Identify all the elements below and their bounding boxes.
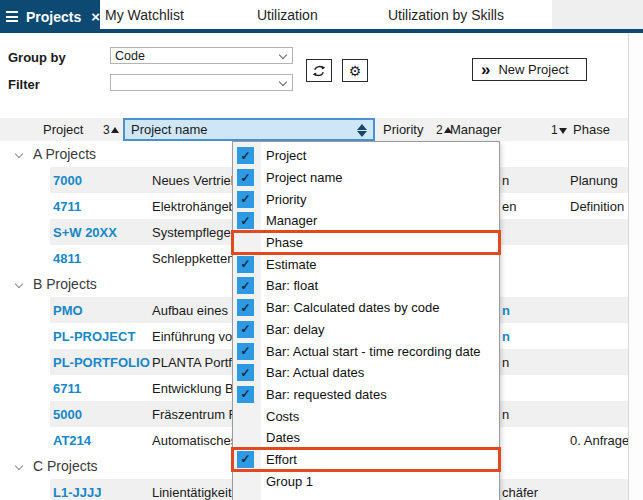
group-label: C Projects (33, 458, 98, 474)
checkbox-unchecked-icon (237, 473, 254, 490)
menu-item-bar-float[interactable]: Bar: float (233, 275, 499, 297)
group-by-label: Group by (8, 50, 66, 65)
menu-item-project[interactable]: Project (233, 145, 499, 167)
gear-icon: ⚙ (349, 63, 362, 79)
checkbox-checked-icon (237, 212, 254, 229)
manager-name: en (502, 199, 516, 214)
column-header-phase[interactable]: Phase (573, 122, 610, 137)
menu-item-group-1[interactable]: Group 1 (233, 470, 499, 492)
menu-item-project-name[interactable]: Project name (233, 167, 499, 189)
checkbox-checked-icon (237, 321, 254, 338)
project-code-link[interactable]: PMO (53, 303, 83, 318)
project-code-link[interactable]: 4811 (53, 251, 81, 266)
chevron-down-icon[interactable] (15, 280, 23, 288)
tab-utilization-by-skills[interactable]: Utilization by Skills (388, 0, 504, 29)
group-label: B Projects (33, 276, 97, 292)
column-header-priority[interactable]: Priority (383, 122, 423, 137)
chevron-down-icon[interactable] (15, 150, 23, 158)
column-chooser-menu: Project Project name Priority Manager Ph… (232, 141, 500, 500)
project-code-link[interactable]: L1-JJJJ (53, 485, 101, 500)
checkbox-unchecked-icon (237, 234, 254, 251)
manager-name: n (502, 329, 510, 344)
filter-select[interactable] (110, 74, 293, 91)
menu-item-bar-delay[interactable]: Bar: delay (233, 319, 499, 341)
sort-both-icon (357, 124, 367, 137)
group-label: A Projects (33, 146, 96, 162)
menu-item-bar-calculated-dates[interactable]: Bar: Calculated dates by code (233, 297, 499, 319)
project-name: Aufbau eines P (152, 303, 240, 318)
refresh-button[interactable] (306, 59, 332, 82)
checkbox-unchecked-icon (237, 429, 254, 446)
group-by-select[interactable]: Code (110, 47, 293, 64)
menu-item-effort[interactable]: Effort (233, 449, 499, 471)
checkbox-checked-icon (237, 299, 254, 316)
hamburger-menu-icon[interactable] (6, 11, 18, 22)
menu-item-bar-requested-dates[interactable]: Bar: requested dates (233, 384, 499, 406)
tab-utilization[interactable]: Utilization (257, 0, 318, 29)
project-name: Einführung von (152, 329, 239, 344)
tab-bar-filler (552, 0, 643, 29)
chevron-down-icon (279, 51, 287, 59)
toolbar: Group by Code Filter ⚙ » New Project (0, 33, 628, 118)
vertical-scrollbar[interactable] (628, 33, 643, 500)
close-icon[interactable]: × (91, 9, 100, 24)
project-name: Elektrohängeb (152, 199, 236, 214)
project-code-link[interactable]: S+W 20XX (53, 225, 117, 240)
tab-bar: Projects × My Watchlist Utilization Util… (0, 0, 643, 33)
double-chevron-right-icon: » (481, 61, 490, 78)
column-header-project[interactable]: Project (43, 122, 83, 137)
menu-item-phase[interactable]: Phase (233, 232, 499, 254)
tab-my-watchlist[interactable]: My Watchlist (105, 0, 184, 29)
project-name: PLANTA Portfo (152, 355, 239, 370)
checkbox-checked-icon (237, 386, 254, 403)
project-name: Entwicklung B (152, 381, 234, 396)
manager-name: n (502, 407, 509, 422)
project-code-link[interactable]: 7000 (53, 173, 82, 188)
settings-button[interactable]: ⚙ (342, 59, 368, 82)
project-code-link[interactable]: 6711 (53, 381, 81, 396)
project-name: Linientätigkeit (152, 485, 232, 500)
column-header-project-name-label: Project name (131, 122, 208, 137)
sort-indicator-project: 3 (103, 122, 119, 137)
filter-label: Filter (8, 77, 40, 92)
refresh-icon (311, 64, 327, 78)
checkbox-checked-icon (237, 169, 254, 186)
menu-item-costs[interactable]: Costs (233, 405, 499, 427)
menu-item-dates[interactable]: Dates (233, 427, 499, 449)
sort-desc-icon (559, 128, 567, 134)
menu-item-priority[interactable]: Priority (233, 188, 499, 210)
manager-name: n (502, 355, 509, 370)
sort-indicator-manager: 1 (551, 122, 567, 137)
chevron-down-icon (279, 78, 287, 86)
project-code-link[interactable]: PL-PROJECT (53, 329, 135, 344)
new-project-button[interactable]: » New Project (472, 58, 587, 81)
group-by-value: Code (115, 49, 145, 63)
project-name: Neues Vertrieb (152, 173, 238, 188)
checkbox-checked-icon (237, 277, 254, 294)
checkbox-checked-icon (237, 364, 254, 381)
menu-item-bar-actual-dates[interactable]: Bar: Actual dates (233, 362, 499, 384)
project-code-link[interactable]: AT214 (53, 433, 91, 448)
checkbox-checked-icon (237, 191, 254, 208)
menu-item-manager[interactable]: Manager (233, 210, 499, 232)
tab-projects[interactable]: Projects × (0, 0, 100, 33)
checkbox-checked-icon (237, 343, 254, 360)
project-code-link[interactable]: PL-PORTFOLIO (53, 355, 150, 370)
menu-item-estimate[interactable]: Estimate (233, 253, 499, 275)
phase-value: Definition (570, 199, 624, 214)
project-code-link[interactable]: 5000 (53, 407, 82, 422)
chevron-down-icon[interactable] (15, 462, 23, 470)
planta-projects-window: Projects × My Watchlist Utilization Util… (0, 0, 643, 500)
tab-projects-label: Projects (26, 9, 81, 25)
tab-my-watchlist-label: My Watchlist (105, 7, 184, 23)
column-header-manager[interactable]: Manager (450, 122, 501, 137)
manager-name: chäfer (502, 485, 538, 500)
manager-name: n (502, 303, 510, 318)
manager-name: n (502, 173, 509, 188)
checkbox-checked-icon (237, 147, 254, 164)
menu-item-bar-actual-start[interactable]: Bar: Actual start - time recording date (233, 340, 499, 362)
project-code-link[interactable]: 4711 (53, 199, 81, 214)
project-name: Schleppketten (152, 251, 234, 266)
column-header-project-name[interactable]: Project name (123, 118, 375, 141)
checkbox-checked-icon (237, 451, 254, 468)
